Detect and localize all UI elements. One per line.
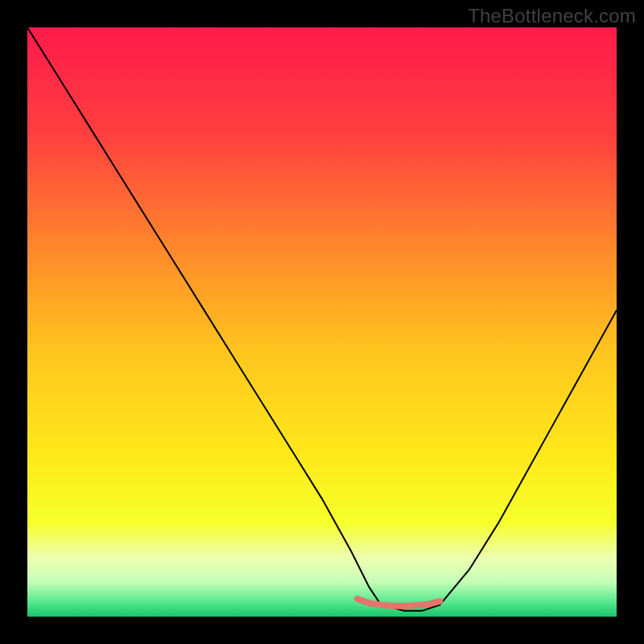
- marker-segment: [357, 599, 440, 606]
- watermark-text: TheBottleneck.com: [468, 5, 636, 27]
- plot-area: [27, 27, 617, 617]
- chart-frame: TheBottleneck.com: [0, 0, 644, 644]
- bottleneck-curve: [27, 27, 617, 611]
- curve-layer: [27, 27, 617, 617]
